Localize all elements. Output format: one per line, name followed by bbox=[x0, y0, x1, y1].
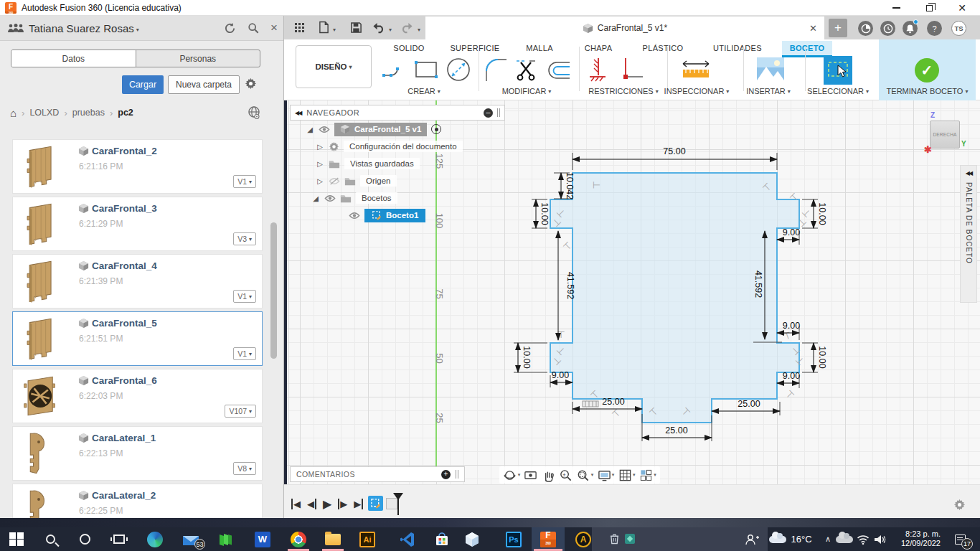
trim-scissors-icon[interactable] bbox=[514, 57, 540, 84]
sketch-palette-collapsed[interactable]: ◀◀ PALETA DE BOCETO bbox=[960, 165, 977, 303]
caret-icon[interactable]: ▾ bbox=[612, 472, 615, 478]
finish-sketch-button[interactable]: ✓ TERMINAR BOCETO bbox=[879, 39, 976, 100]
group-inspeccionar[interactable]: INSPECCIONAR bbox=[657, 87, 736, 95]
clock[interactable]: 8:23 p. m. 12/09/2022 bbox=[892, 529, 941, 548]
select-tool-icon[interactable] bbox=[824, 56, 852, 85]
version-dropdown[interactable]: V8 bbox=[233, 462, 256, 475]
help-icon[interactable]: ? bbox=[927, 21, 942, 36]
undo-icon[interactable] bbox=[372, 22, 385, 34]
fix-constraint-icon[interactable] bbox=[584, 57, 610, 85]
group-crear[interactable]: CREAR bbox=[399, 87, 449, 95]
filmora-icon[interactable] bbox=[625, 534, 635, 544]
desktop-shortcut-icons[interactable] bbox=[610, 533, 635, 545]
tree-label[interactable]: Configuración del documento bbox=[344, 141, 463, 152]
tab-utilidades[interactable]: UTILIDADES bbox=[712, 41, 763, 55]
expanded-triangle-icon[interactable]: ◢ bbox=[311, 194, 320, 202]
caret-icon[interactable]: ▾ bbox=[591, 472, 594, 478]
fit-zoom-icon[interactable] bbox=[576, 468, 590, 482]
ms-store-icon[interactable] bbox=[425, 527, 458, 551]
version-dropdown[interactable]: V3 bbox=[233, 232, 256, 245]
collapse-icon[interactable]: ◀◀ bbox=[295, 110, 301, 116]
tree-root-row[interactable]: ◢ CaraFrontal_5 v1 bbox=[290, 121, 505, 138]
close-panel-icon[interactable]: × bbox=[270, 21, 278, 35]
step-forward-icon[interactable]: ▶ bbox=[338, 499, 347, 509]
wifi-icon[interactable] bbox=[854, 527, 872, 551]
tree-root-label[interactable]: CaraFrontal_5 v1 bbox=[354, 125, 421, 133]
action-center-icon[interactable]: 17 bbox=[946, 527, 974, 551]
version-dropdown[interactable]: V107 bbox=[225, 405, 256, 418]
dimension-label[interactable]: 10.042 bbox=[565, 172, 575, 199]
pan-hand-icon[interactable] bbox=[542, 468, 555, 482]
collapsed-triangle-icon[interactable]: ▷ bbox=[316, 143, 324, 151]
comments-bar[interactable]: COMENTARIOS + bbox=[290, 466, 465, 482]
restore-button[interactable] bbox=[913, 0, 946, 16]
home-icon[interactable]: ⌂ bbox=[10, 107, 17, 119]
skip-end-icon[interactable]: ▶ bbox=[354, 499, 363, 509]
timeline-sketch-feature[interactable] bbox=[368, 496, 383, 511]
dimension-label[interactable]: 10.00 bbox=[817, 346, 827, 368]
timeline-marker[interactable] bbox=[397, 493, 399, 515]
notifications-bell-icon[interactable] bbox=[903, 21, 918, 36]
list-item[interactable]: CaraFrontal_3 6:21:29 PM V3 bbox=[12, 197, 263, 251]
tree-row-sketch1[interactable]: Boceto1 bbox=[290, 207, 505, 224]
version-dropdown[interactable]: V1 bbox=[233, 347, 256, 360]
group-seleccionar[interactable]: SELECCIONAR bbox=[802, 87, 874, 95]
tree-row-doc-settings[interactable]: ▷ Configuración del documento bbox=[290, 138, 505, 155]
collapsed-triangle-icon[interactable]: ▷ bbox=[316, 177, 324, 185]
caret-icon[interactable]: ▾ bbox=[518, 472, 521, 478]
3d-viewer-icon[interactable] bbox=[456, 527, 489, 551]
recycle-bin-icon[interactable] bbox=[610, 533, 619, 545]
skip-start-icon[interactable]: ◀ bbox=[291, 499, 301, 509]
tab-boceto[interactable]: BOCETO bbox=[782, 41, 832, 57]
tree-label[interactable]: Bocetos bbox=[356, 192, 397, 204]
web-view-icon[interactable] bbox=[248, 106, 260, 119]
tab-chapa[interactable]: CHAPA bbox=[580, 41, 617, 55]
dimension-label[interactable]: 10.00 bbox=[540, 202, 550, 225]
dimension-label[interactable]: 41.592 bbox=[565, 272, 575, 299]
sketch-label[interactable]: Boceto1 bbox=[386, 211, 418, 220]
close-tab-icon[interactable]: ✕ bbox=[809, 23, 817, 34]
minimize-panel-icon[interactable]: – bbox=[484, 108, 493, 118]
rectangle-tool-icon[interactable] bbox=[412, 57, 440, 83]
group-insertar[interactable]: INSERTAR bbox=[738, 87, 799, 95]
line-tool-icon[interactable] bbox=[380, 57, 406, 83]
tab-superficie[interactable]: SUPERFICIE bbox=[448, 41, 502, 55]
file-menu-icon[interactable] bbox=[319, 21, 329, 34]
cortana-icon[interactable] bbox=[68, 527, 101, 551]
edge-icon[interactable] bbox=[138, 527, 171, 551]
group-modificar[interactable]: MODIFICAR bbox=[498, 87, 555, 95]
word-icon[interactable]: W bbox=[246, 527, 279, 551]
photoshop-icon[interactable]: Ps bbox=[497, 527, 530, 551]
scrollbar[interactable] bbox=[270, 222, 277, 359]
list-item[interactable]: CaraLateral_1 6:22:13 PM V8 bbox=[12, 426, 263, 481]
list-item[interactable]: CaraFrontal_2 6:21:16 PM V1 bbox=[12, 139, 263, 194]
zoom-icon[interactable] bbox=[559, 468, 573, 482]
autodesk-access-icon[interactable]: A bbox=[567, 527, 600, 551]
tab-solido[interactable]: SOLIDO bbox=[387, 41, 430, 55]
collapsed-triangle-icon[interactable]: ▷ bbox=[316, 160, 324, 168]
file-menu-caret[interactable] bbox=[331, 23, 336, 34]
timeline-settings-gear-icon[interactable] bbox=[953, 499, 966, 511]
tree-label[interactable]: Origen bbox=[360, 175, 397, 187]
tray-expand-caret[interactable]: ∧ bbox=[819, 527, 837, 551]
breadcrumb-pruebas[interactable]: pruebas bbox=[72, 108, 105, 118]
minimize-button[interactable] bbox=[880, 0, 913, 16]
look-at-icon[interactable] bbox=[524, 468, 537, 482]
dimension-label[interactable]: 9.00 bbox=[552, 370, 569, 380]
search-icon[interactable] bbox=[248, 22, 259, 34]
app-grid-icon[interactable] bbox=[294, 22, 304, 32]
settings-gear-icon[interactable] bbox=[245, 77, 257, 90]
dimension-label[interactable]: 9.00 bbox=[783, 371, 800, 381]
viewports-icon[interactable] bbox=[639, 468, 653, 482]
version-dropdown[interactable]: V1 bbox=[233, 175, 256, 188]
dimension-label[interactable]: 10.00 bbox=[817, 202, 827, 225]
circle-tool-icon[interactable] bbox=[445, 57, 472, 84]
undo-caret[interactable] bbox=[387, 23, 392, 34]
tree-row-saved-views[interactable]: ▷ Vistas guardadas bbox=[290, 155, 505, 172]
visibility-eye-icon[interactable] bbox=[324, 194, 336, 202]
dimension-label[interactable]: 41.592 bbox=[753, 270, 763, 298]
fusion360-taskbar-icon[interactable]: F360 bbox=[532, 527, 565, 551]
version-dropdown[interactable]: V1 bbox=[233, 290, 256, 303]
job-status-icon[interactable] bbox=[858, 21, 873, 36]
file-explorer-icon[interactable] bbox=[316, 527, 349, 551]
